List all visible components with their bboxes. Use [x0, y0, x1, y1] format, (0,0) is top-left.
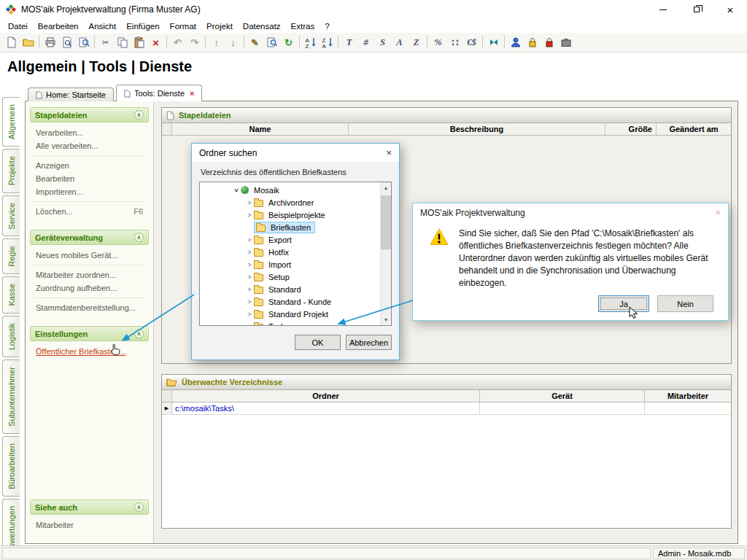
vertical-tab-kasse[interactable]: Kasse	[2, 276, 20, 314]
expander-icon[interactable]: >	[245, 249, 254, 256]
tab-close-icon[interactable]: ×	[190, 89, 194, 98]
refresh-icon[interactable]: ↻	[280, 34, 297, 50]
sort-ascending-icon[interactable]: AZ	[302, 34, 319, 50]
tab-tools-dienste[interactable]: Tools: Dienste ×	[116, 85, 203, 101]
sidebar-item-oeffentlicher-briefkasten[interactable]: Öffentlicher Briefkasten...	[31, 345, 147, 358]
briefcase-icon[interactable]	[557, 34, 574, 50]
tree-item-archivordner[interactable]: > Archivordner	[200, 196, 379, 209]
user-blue-icon[interactable]	[507, 34, 524, 50]
section-header-siehe-auch[interactable]: Siehe auch ∧	[30, 499, 149, 515]
tree-scrollbar[interactable]: ▲ ▼	[380, 182, 391, 325]
format-number-button[interactable]: #	[357, 34, 374, 50]
ok-button[interactable]: OK	[295, 335, 341, 350]
menu-datensatz[interactable]: Datensatz	[238, 20, 286, 32]
search-document-icon[interactable]	[75, 34, 92, 50]
yes-button[interactable]: Ja	[598, 295, 649, 312]
tree-item-export[interactable]: > Export	[200, 233, 379, 246]
delete-icon[interactable]: ×	[147, 34, 164, 50]
print-preview-icon[interactable]	[58, 34, 75, 50]
redo-icon[interactable]: ↷	[186, 34, 203, 50]
restore-button[interactable]	[680, 0, 713, 19]
tree-item-setup[interactable]: > Setup	[200, 271, 379, 283]
merge-icon[interactable]	[485, 34, 502, 50]
no-button[interactable]: Nein	[657, 295, 713, 312]
expander-icon[interactable]: >	[232, 187, 241, 194]
tree-item-root[interactable]: > Mosaik	[200, 184, 379, 196]
percent-button[interactable]: %	[430, 34, 446, 50]
cut-icon[interactable]: ✂	[97, 34, 114, 50]
sidebar-item-mitarbeiter[interactable]: Mitarbeiter	[31, 518, 147, 532]
tree-item-import[interactable]: > Import	[200, 258, 379, 271]
column-header-mitarbeiter[interactable]: Mitarbeiter	[645, 390, 731, 402]
section-header-geraeteverwaltung[interactable]: Geräteverwaltung ∧	[30, 230, 149, 245]
table-row[interactable]: ▶ c:\mosaik\Tasks\	[162, 402, 731, 415]
dialog-close-icon[interactable]: ×	[386, 147, 392, 158]
menu-hilfe[interactable]: ?	[320, 20, 334, 32]
menu-extras[interactable]: Extras	[286, 20, 320, 32]
column-header-name[interactable]: Name	[172, 123, 349, 135]
tree-item-standard-kunde[interactable]: > Standard - Kunde	[200, 295, 379, 308]
expander-icon[interactable]: >	[245, 236, 254, 244]
scroll-down-icon[interactable]: ▼	[381, 314, 391, 325]
vertical-tab-bueroarbeiten[interactable]: Büroarbeiten	[2, 436, 20, 497]
tree-item-standard-projekt[interactable]: > Standard Projekt	[200, 308, 379, 320]
format-text-button[interactable]: T	[341, 34, 357, 50]
sidebar-item-bearbeiten[interactable]: Bearbeiten	[31, 172, 147, 185]
sidebar-item-loeschen[interactable]: Löschen... F6	[31, 205, 147, 218]
vertical-tab-allgemein[interactable]: Allgemein	[2, 97, 20, 147]
dialog-close-icon[interactable]: ×	[715, 207, 721, 218]
tree-item-standard[interactable]: > Standard	[200, 283, 379, 295]
sidebar-item-alle-verarbeiten[interactable]: Alle verarbeiten...	[31, 139, 147, 152]
menu-bearbeiten[interactable]: Bearbeiten	[33, 20, 84, 32]
menu-datei[interactable]: Datei	[3, 20, 33, 32]
column-header-beschreibung[interactable]: Beschreibung	[349, 123, 605, 135]
currency-button[interactable]: €$	[463, 34, 480, 50]
edit-pen-icon[interactable]: ✎	[247, 34, 263, 50]
collapse-icon[interactable]: ∧	[134, 329, 144, 338]
section-header-stapeldateien[interactable]: Stapeldateien ∧	[30, 107, 149, 122]
collapse-icon[interactable]: ∧	[134, 110, 144, 120]
cell-geraet[interactable]	[480, 402, 645, 414]
expander-icon[interactable]: >	[245, 211, 254, 219]
menu-ansicht[interactable]: Ansicht	[83, 20, 121, 32]
paste-icon[interactable]	[131, 34, 147, 50]
section-header-einstellungen[interactable]: Einstellungen ∧	[30, 326, 149, 341]
tree-item-hotfix[interactable]: > Hotfix	[200, 246, 379, 258]
expander-icon[interactable]: >	[245, 311, 254, 318]
vertical-tab-subunternehmer[interactable]: Subunternehmer	[2, 359, 20, 434]
format-a-button[interactable]: A	[391, 34, 408, 50]
scrollbar-thumb[interactable]	[381, 195, 391, 249]
scroll-up-icon[interactable]: ▲	[381, 182, 391, 193]
move-up-icon[interactable]: ↑	[208, 34, 225, 50]
cell-mitarbeiter[interactable]	[645, 402, 731, 414]
column-header-geraet[interactable]: Gerät	[480, 390, 645, 402]
sidebar-item-mitarbeiter-zuordnen[interactable]: Mitarbeiter zuordnen...	[31, 268, 147, 281]
menu-projekt[interactable]: Projekt	[201, 20, 238, 32]
tree-item-beispielprojekte[interactable]: > Beispielprojekte	[200, 209, 379, 221]
copy-icon[interactable]	[114, 34, 131, 50]
undo-icon[interactable]: ↶	[169, 34, 186, 50]
sidebar-item-verarbeiten[interactable]: Verarbeiten...	[31, 126, 147, 139]
new-document-icon[interactable]	[3, 34, 20, 50]
collapse-icon[interactable]: ∧	[134, 502, 144, 512]
lock-yellow-icon[interactable]	[524, 34, 541, 50]
sidebar-item-importieren[interactable]: Importieren...	[31, 185, 147, 198]
sidebar-item-zuordnung-aufheben[interactable]: Zuordnung aufheben...	[31, 281, 147, 295]
expander-icon[interactable]: >	[245, 286, 254, 293]
close-button[interactable]: ×	[713, 0, 747, 19]
minimize-button[interactable]	[646, 0, 680, 19]
vertical-tab-projekte[interactable]: Projekte	[2, 149, 20, 192]
column-header-geaendert-am[interactable]: Geändert am	[657, 123, 731, 135]
column-header-groesse[interactable]: Größe	[605, 123, 657, 135]
column-header-ordner[interactable]: Ordner	[172, 390, 480, 402]
sidebar-item-stammdatenbereitstellung[interactable]: Stammdatenbereitstellung...	[31, 301, 147, 314]
vertical-tab-service[interactable]: Service	[2, 195, 20, 237]
format-s-button[interactable]: S	[374, 34, 391, 50]
cancel-button[interactable]: Abbrechen	[346, 335, 392, 350]
menu-format[interactable]: Format	[165, 20, 201, 32]
sidebar-item-anzeigen[interactable]: Anzeigen	[31, 159, 147, 172]
expander-icon[interactable]: >	[245, 323, 254, 327]
lock-red-icon[interactable]	[541, 34, 557, 50]
cell-ordner[interactable]: c:\mosaik\Tasks\	[172, 402, 480, 414]
expander-icon[interactable]: >	[245, 199, 254, 206]
